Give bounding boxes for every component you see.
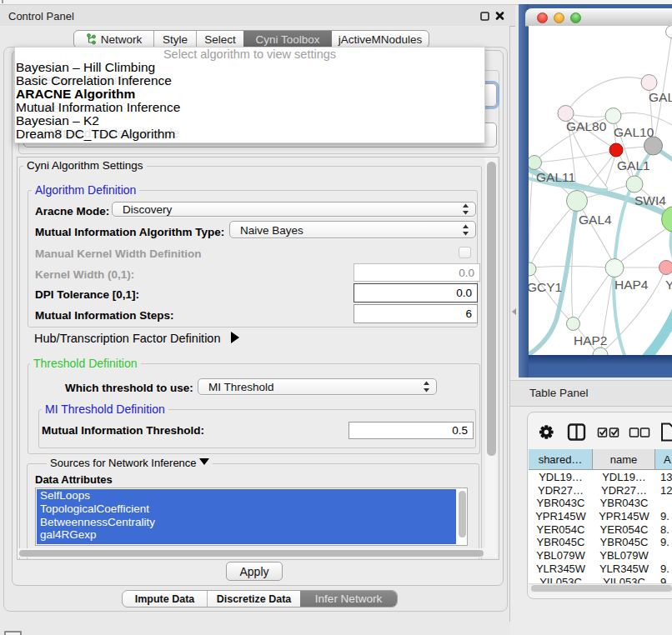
svg-text:GAL10: GAL10	[614, 125, 654, 139]
svg-text:SWI4: SWI4	[634, 193, 666, 208]
svg-text:GCY1: GCY1	[529, 280, 562, 294]
svg-text:HAP2: HAP2	[574, 333, 608, 348]
svg-text:GAL4: GAL4	[579, 212, 612, 227]
svg-text:GAL11: GAL11	[536, 170, 575, 184]
svg-text:GAL1: GAL1	[617, 158, 650, 172]
svg-text:GAL7: GAL7	[649, 90, 672, 104]
svg-text:GAL80: GAL80	[566, 119, 607, 133]
svg-text:HAP4: HAP4	[614, 278, 649, 292]
svg-text:Y: Y	[665, 278, 672, 292]
